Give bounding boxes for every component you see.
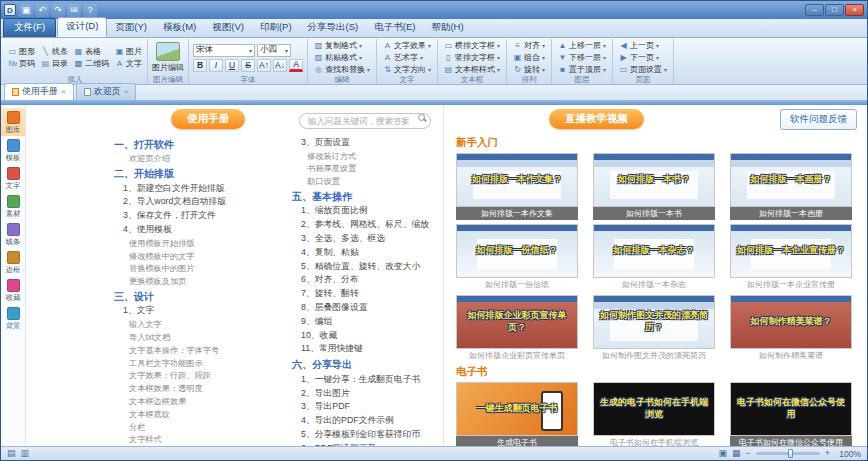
ribbon-tab-5[interactable]: 印刷(P) (252, 19, 300, 37)
toc-item[interactable]: 使用模板开始排版 (114, 238, 292, 249)
toc-item[interactable]: 书籍厚度设置 (292, 163, 443, 174)
video-thumbnail[interactable]: 如何排版一本书？ (593, 153, 715, 207)
ribbon-tab-8[interactable]: 帮助(H) (423, 19, 471, 37)
toc-item[interactable]: 7、旋转、翻转 (292, 288, 443, 300)
ribbon-button-页码[interactable]: №页码 (7, 58, 36, 70)
toc-item[interactable]: 3、导出PDF (292, 401, 443, 413)
font-size-select[interactable]: 小四▾ (257, 44, 291, 57)
ribbon-button-下移一层[interactable]: ▼下移一层▾ (556, 52, 608, 63)
bold-button[interactable]: B (193, 59, 207, 72)
sidebar-item-边框[interactable]: 边框 (1, 248, 25, 276)
search-input[interactable] (299, 113, 431, 129)
ribbon-button-上一页[interactable]: ◀上一页▾ (617, 40, 669, 51)
video-thumbnail[interactable]: 如何排版一本杂志？ (593, 224, 715, 278)
ribbon-button-对齐[interactable]: ≡对齐▾ (511, 40, 547, 51)
video-card[interactable]: 如何排版一份信纸？如何排版一份信纸 (456, 224, 578, 291)
toc-item[interactable]: 三、设计 (114, 290, 292, 304)
ribbon-button-图片编辑[interactable]: 图片编辑 (152, 42, 184, 73)
toc-item[interactable]: 二、开始排版 (114, 167, 292, 181)
close-button[interactable]: × (845, 4, 864, 16)
video-card[interactable]: 电子书如何在微信公众号使用电子书如何在微信公众号使用 (730, 382, 852, 446)
increase-font-button[interactable]: A↑ (257, 59, 271, 72)
ribbon-tab-4[interactable]: 视图(V) (204, 19, 252, 37)
toc-item[interactable]: 修改模板中的文字 (114, 251, 292, 262)
strikethrough-button[interactable]: S (241, 59, 255, 72)
video-thumbnail[interactable]: 如何排版一本企业宣传册？ (730, 224, 852, 278)
sidebar-item-背景[interactable]: 背景 (1, 304, 25, 332)
toc-item[interactable]: 9、编组 (292, 316, 443, 328)
video-thumbnail[interactable]: 如何排版一份信纸？ (456, 224, 578, 278)
toc-item[interactable]: 4、导出的PDF文件示例 (292, 415, 443, 427)
ribbon-tab-1[interactable]: 设计(D) (57, 17, 107, 37)
video-card[interactable]: 如何排版一本企业宣传册？如何排版一本企业宣传册 (730, 224, 852, 291)
toc-item[interactable]: 4、复制、粘贴 (292, 247, 443, 259)
manual-header-button[interactable]: 使用手册 (171, 109, 245, 129)
ribbon-button-线条[interactable]: ╲线条 (40, 46, 69, 58)
toc-item[interactable]: 修改装订方式 (292, 151, 443, 162)
close-tab-icon[interactable]: × (61, 88, 66, 96)
font-color-button[interactable]: A (289, 59, 303, 72)
toc-item[interactable]: 5、分享模板到金印客获得印币 (292, 429, 443, 441)
video-card[interactable]: 如何排版一本杂志？如何排版一本杂志 (593, 224, 715, 291)
save-icon[interactable]: ▣ (19, 4, 33, 17)
toc-item[interactable]: 替换模板中的图片 (114, 263, 292, 274)
ribbon-button-竖排文字框[interactable]: ▯竖排文字框▾ (442, 52, 502, 63)
toc-item[interactable]: 输入文字 (114, 319, 292, 330)
zoom-slider-thumb[interactable] (788, 449, 793, 458)
ribbon-button-旋转[interactable]: ↻旋转▾ (511, 64, 547, 75)
toc-item[interactable]: 1、一键分享：生成翻页电子书 (292, 374, 443, 386)
video-thumbnail[interactable]: 如何制作精美菜谱？ (730, 295, 852, 349)
toc-item[interactable]: 五、基本操作 (292, 190, 443, 204)
toc-item[interactable]: 1、新建空白文件开始排版 (114, 183, 292, 195)
video-thumbnail[interactable]: 如何排版一本画册？ (730, 153, 852, 207)
toc-item[interactable]: 5、精确位置、旋转、改变大小 (292, 261, 443, 273)
video-thumbnail[interactable]: 电子书如何在微信公众号使用 (730, 382, 852, 436)
ribbon-button-文本框样式[interactable]: ▤文本框样式▾ (442, 64, 502, 75)
video-thumbnail[interactable]: 一键生成翻页电子书 (456, 382, 578, 436)
ribbon-button-图形[interactable]: ▭图形 (7, 46, 36, 58)
ribbon-tab-6[interactable]: 分享导出(S) (300, 19, 367, 37)
ribbon-button-上移一层[interactable]: ▲上移一层▾ (556, 40, 608, 51)
video-card[interactable]: 如何排版一本书？如何排版一本书 (593, 153, 715, 220)
ribbon-button-文字效果[interactable]: A文字效果▾ (381, 40, 433, 51)
zoom-slider[interactable] (756, 452, 820, 455)
ribbon-button-置于顶层[interactable]: ■置于顶层▾ (556, 64, 608, 75)
toc-item[interactable]: 6、对齐、分布 (292, 274, 443, 286)
mail-icon[interactable]: ✉ (67, 4, 81, 17)
toc-item[interactable]: 10、收藏 (292, 330, 443, 342)
toc-item[interactable]: 文字效果：行距、段距 (114, 370, 292, 381)
maximize-button[interactable]: □ (825, 4, 844, 16)
italic-button[interactable]: I (209, 59, 223, 72)
ribbon-button-粘贴格式[interactable]: ▨粘贴格式▾ (312, 52, 372, 63)
help-icon[interactable]: ? (83, 4, 97, 17)
toc-item[interactable]: 工具栏文字功能图示 (114, 358, 292, 369)
toc-item[interactable]: 文本框底纹 (114, 409, 292, 420)
toc-item[interactable]: 勒口设置 (292, 176, 443, 187)
close-tab-icon[interactable]: × (124, 88, 129, 96)
toc-item[interactable]: 更换模板及加页 (114, 276, 292, 287)
ribbon-button-表格[interactable]: ▦表格 (73, 46, 110, 58)
minimize-button[interactable]: – (805, 4, 824, 16)
toc-item[interactable]: 文本框边框效果 (114, 396, 292, 407)
sidebar-item-收藏[interactable]: 收藏 (1, 276, 25, 304)
video-card[interactable]: 如何制作图文并茂的漂亮简历？如何制作图文并茂的漂亮简历 (593, 295, 715, 362)
video-thumbnail[interactable]: 如何制作图文并茂的漂亮简历？ (593, 295, 715, 349)
video-thumbnail[interactable]: 生成的电子书如何在手机端浏览 (593, 382, 715, 436)
video-card[interactable]: 如何制作精美菜谱？如何制作精美菜谱 (730, 295, 852, 362)
ribbon-tab-7[interactable]: 电子书(E) (366, 19, 423, 37)
ribbon-button-查找和替换[interactable]: ◎查找和替换▾ (312, 64, 372, 75)
feedback-button[interactable]: 软件问题反馈 (780, 109, 857, 130)
sidebar-item-文字[interactable]: 文字 (1, 164, 25, 192)
ribbon-button-下一页[interactable]: ▶下一页▾ (617, 52, 669, 63)
video-header-button[interactable]: 直播教学视频 (549, 109, 644, 129)
file-menu-button[interactable]: 文件(F) (3, 18, 56, 37)
zoom-in-icon[interactable]: + (825, 449, 830, 458)
grid-view-icon[interactable]: ▦ (732, 449, 741, 458)
ribbon-button-文字[interactable]: A文字 (114, 58, 143, 70)
page-list-icon[interactable]: ▤ (7, 449, 16, 458)
undo-icon[interactable]: ↶ (35, 4, 49, 17)
toc-item[interactable]: 2、导出图片 (292, 388, 443, 400)
toc-item[interactable]: 1、文字 (114, 305, 292, 317)
ribbon-button-艺术字[interactable]: A艺术字▾ (381, 52, 433, 63)
toc-item[interactable]: 1、缩放页面比例 (292, 205, 443, 217)
